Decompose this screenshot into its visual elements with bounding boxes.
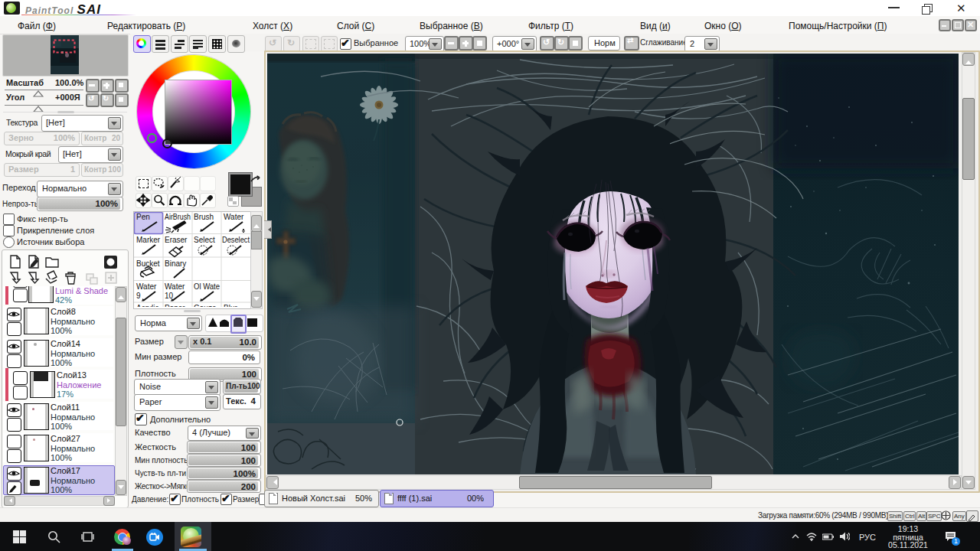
svg-text:Eraser: Eraser [165, 236, 188, 244]
svg-text:Brush: Brush [194, 213, 214, 221]
svg-text:Pen: Pen [136, 213, 150, 221]
svg-text:Deselect: Deselect [222, 236, 250, 244]
svg-text:Blur: Blur [224, 304, 237, 307]
svg-text:Water: Water [165, 282, 185, 291]
svg-text:Gauze: Gauze [194, 304, 217, 307]
svg-text:Water: Water [136, 282, 157, 291]
svg-text:Select: Select [194, 236, 215, 244]
svg-text:Binary: Binary [165, 259, 186, 268]
svg-text:Paper: Paper [165, 304, 185, 307]
svg-text:9: 9 [136, 292, 141, 300]
svg-text:Acrylic: Acrylic [136, 304, 158, 307]
svg-text:Water: Water [224, 213, 244, 221]
svg-text:AirBrush: AirBrush [165, 213, 191, 221]
svg-text:Ol Wate: Ol Wate [194, 282, 220, 291]
svg-text:Marker: Marker [136, 236, 161, 244]
